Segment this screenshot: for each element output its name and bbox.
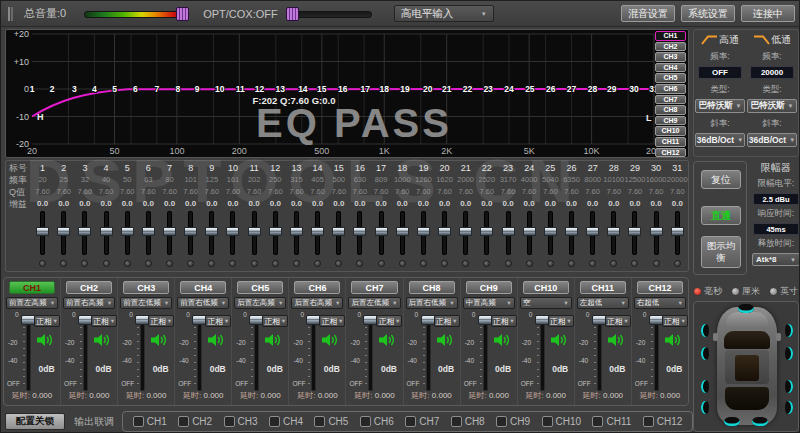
link-checkbox-CH9[interactable]: CH9 [496,416,530,427]
eq-band-fader-handle[interactable] [353,227,366,236]
speaker-icon[interactable] [322,333,339,347]
output-select-CH10[interactable]: 空▼ [520,297,572,309]
volume-fader-track[interactable] [255,318,258,390]
eq-band-fader[interactable] [41,212,44,254]
eq-band-fader[interactable] [401,212,404,254]
output-select-CH7[interactable]: 后置左低频▼ [348,297,400,309]
checkbox-box[interactable] [592,416,603,427]
link-checkbox-CH7[interactable]: CH7 [405,416,439,427]
graph-channel-button-CH3[interactable]: CH3 [655,52,686,62]
eq-band-fader-handle[interactable] [565,227,578,236]
eq-band-fader[interactable] [231,212,234,254]
eq-band-fader[interactable] [147,212,150,254]
speaker-icon[interactable] [37,333,54,347]
delay-unit-radio-厘米[interactable]: 厘米 [731,285,760,298]
eq-band-point[interactable]: 14 [298,84,308,94]
connect-button[interactable]: 连接中 [741,5,795,22]
phase-select-CH6[interactable]: 正相▼ [319,315,345,327]
checkbox-box[interactable] [133,416,144,427]
output-select-CH2[interactable]: 前置右高频▼ [63,297,115,309]
volume-fader-track[interactable] [541,318,544,390]
eq-band-point[interactable]: 4 [92,84,97,94]
checkbox-box[interactable] [542,416,553,427]
eq-band-fader-handle[interactable] [396,227,409,236]
graph-channel-button-CH12[interactable]: CH12 [655,148,686,158]
eq-band-point[interactable]: 30 [629,84,639,94]
eq-band-fader[interactable] [676,212,679,254]
eq-band-point[interactable]: 8 [175,84,180,94]
eq-band-fader[interactable] [274,212,277,254]
eq-band-point[interactable]: 29 [607,84,617,94]
eq-band-fader[interactable] [295,212,298,254]
eq-band-fader-handle[interactable] [78,227,91,236]
graph-channel-button-CH2[interactable]: CH2 [655,42,686,52]
speaker-icon[interactable] [665,333,682,347]
speaker-icon[interactable] [151,333,168,347]
input-source-select[interactable]: 高电平输入 ▼ [394,5,494,22]
eq-band-point[interactable]: 6 [133,84,138,94]
speaker-icon[interactable] [437,333,454,347]
link-checkbox-CH12[interactable]: CH12 [643,416,683,427]
car-speaker-icon[interactable] [724,417,740,426]
checkbox-box[interactable] [269,416,280,427]
highpass-slope-select[interactable]: 36dB/Oct▼ [695,133,745,147]
channel-button-CH9[interactable]: CH9 [466,281,512,294]
graph-channel-button-CH8[interactable]: CH8 [655,105,686,115]
volume-fader-track[interactable] [484,318,487,390]
phase-select-CH2[interactable]: 正相▼ [91,315,117,327]
eq-band-point[interactable]: 2 [50,84,55,94]
eq-band-point[interactable]: 18 [380,84,390,94]
eq-band-point[interactable]: 21 [442,84,452,94]
eq-band-fader-handle[interactable] [650,227,663,236]
graph-channel-button-CH1[interactable]: CH1 [655,31,686,41]
speaker-icon[interactable] [494,333,511,347]
car-speaker-icon[interactable] [701,401,709,414]
phase-select-CH9[interactable]: 正相▼ [491,315,517,327]
eq-band-fader-handle[interactable] [269,227,282,236]
eq-band-fader[interactable] [464,212,467,254]
channel-button-CH8[interactable]: CH8 [409,281,455,294]
eq-band-point[interactable]: 20 [423,84,433,94]
radio-dot[interactable] [769,287,778,296]
eq-band-fader-handle[interactable] [480,227,493,236]
eq-band-fader-handle[interactable] [248,227,261,236]
eq-curve-graph[interactable]: EQ PASS+20+100-10-2020501002005001K2K5K1… [6,30,688,157]
eq-band-fader[interactable] [485,212,488,254]
link-checkbox-CH6[interactable]: CH6 [360,416,394,427]
car-speaker-icon[interactable] [701,347,709,360]
link-checkbox-CH2[interactable]: CH2 [178,416,212,427]
eq-band-point[interactable]: 17 [360,84,370,94]
eq-band-point[interactable]: 23 [483,84,493,94]
eq-band-fader[interactable] [358,212,361,254]
car-speaker-icon[interactable] [752,417,768,426]
eq-band-point[interactable]: 15 [317,84,327,94]
eq-band-fader[interactable] [337,212,340,254]
eq-band-point[interactable]: 28 [588,84,598,94]
channel-button-CH5[interactable]: CH5 [237,281,283,294]
output-select-CH9[interactable]: 中置高频▼ [463,297,515,309]
car-speaker-icon[interactable] [738,304,754,313]
car-speaker-icon[interactable] [785,324,793,337]
volume-fader-track[interactable] [27,318,30,390]
eq-band-fader-handle[interactable] [226,227,239,236]
eq-band-fader[interactable] [126,212,129,254]
eq-band-fader-handle[interactable] [36,227,49,236]
phase-select-CH7[interactable]: 正相▼ [376,315,402,327]
eq-band-point[interactable]: 7 [154,84,159,94]
output-select-CH1[interactable]: 前置左高频▼ [6,297,58,309]
master-volume-slider[interactable] [84,7,189,21]
link-checkbox-CH3[interactable]: CH3 [224,416,258,427]
car-speaker-icon[interactable] [785,347,793,360]
eq-band-point[interactable]: 13 [276,84,286,94]
speaker-icon[interactable] [265,333,282,347]
eq-band-fader-handle[interactable] [163,227,176,236]
eq-band-point[interactable]: 27 [567,84,577,94]
lowpass-type-select[interactable]: 巴特沃斯▼ [747,99,797,113]
eq-band-fader-handle[interactable] [375,227,388,236]
eq-band-fader-handle[interactable] [121,227,134,236]
eq-band-fader[interactable] [549,212,552,254]
eq-band-fader[interactable] [422,212,425,254]
eq-band-fader[interactable] [591,212,594,254]
bypass-button[interactable]: 直通 [701,206,741,225]
channel-button-CH10[interactable]: CH10 [523,281,569,294]
